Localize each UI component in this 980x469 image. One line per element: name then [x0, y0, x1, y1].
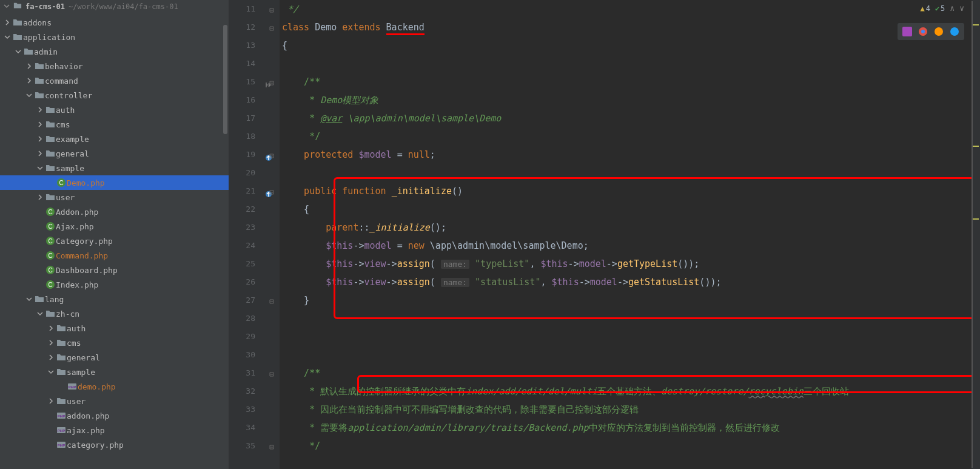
- fold-gutter-cell[interactable]: [266, 146, 280, 164]
- fold-gutter-cell[interactable]: [266, 437, 280, 455]
- tree-item-addon-php[interactable]: PHPaddon.php: [0, 408, 229, 423]
- stripe-mark[interactable]: [973, 24, 979, 25]
- fold-toggle-icon[interactable]: [269, 297, 275, 303]
- chevron-down-icon[interactable]: [35, 311, 45, 317]
- tree-item-cms[interactable]: cms: [0, 336, 229, 350]
- line-number[interactable]: 34: [229, 419, 266, 437]
- fold-gutter-cell[interactable]: [266, 73, 280, 91]
- stripe-mark[interactable]: [973, 146, 979, 147]
- tree-item-general[interactable]: general: [0, 350, 229, 365]
- chevron-down-icon[interactable]: [46, 369, 56, 375]
- line-number[interactable]: 31: [229, 364, 266, 382]
- line-number[interactable]: 16: [229, 91, 266, 109]
- safari-icon[interactable]: [948, 25, 961, 38]
- line-number[interactable]: 22: [229, 200, 266, 218]
- tree-item-ajax-php[interactable]: CAjax.php: [0, 219, 229, 234]
- chevron-right-icon[interactable]: [24, 78, 34, 84]
- tree-item-user[interactable]: user: [0, 190, 229, 204]
- fold-toggle-icon[interactable]: [269, 24, 275, 30]
- fold-gutter-cell[interactable]: [266, 127, 280, 146]
- chevron-down-icon[interactable]: [35, 165, 45, 171]
- line-number[interactable]: 14: [229, 55, 266, 73]
- fold-gutter-cell[interactable]: [266, 18, 280, 36]
- fold-gutter-cell[interactable]: [266, 109, 280, 127]
- fold-gutter[interactable]: [266, 0, 280, 469]
- chevron-right-icon[interactable]: [46, 340, 56, 346]
- tree-item-command-php[interactable]: CCommand.php: [0, 248, 229, 263]
- chevron-right-icon[interactable]: [46, 398, 56, 404]
- line-number[interactable]: 15: [229, 73, 266, 91]
- firefox-icon[interactable]: [933, 25, 945, 38]
- line-number[interactable]: 23: [229, 218, 266, 237]
- tree-item-auth[interactable]: auth: [0, 103, 229, 117]
- tree-item-cms[interactable]: cms: [0, 117, 229, 132]
- line-number[interactable]: 35: [229, 437, 266, 455]
- chevron-right-icon[interactable]: [46, 354, 56, 360]
- chevron-right-icon[interactable]: [35, 150, 45, 157]
- tree-item-ajax-php[interactable]: PHPajax.php: [0, 423, 229, 437]
- tree-item-addons[interactable]: addons: [0, 15, 229, 30]
- chevron-right-icon[interactable]: [2, 19, 12, 25]
- fold-gutter-cell[interactable]: [266, 400, 280, 419]
- line-number[interactable]: 33: [229, 400, 266, 419]
- fold-gutter-cell[interactable]: [266, 419, 280, 437]
- line-number[interactable]: 28: [229, 309, 266, 328]
- line-number[interactable]: 32: [229, 382, 266, 400]
- tree-item-general[interactable]: general: [0, 146, 229, 161]
- fold-gutter-cell[interactable]: [266, 364, 280, 382]
- fold-gutter-cell[interactable]: [266, 255, 280, 273]
- fold-gutter-cell[interactable]: [266, 91, 280, 109]
- chevron-down-icon[interactable]: [13, 49, 23, 55]
- project-header[interactable]: fa-cms-01 ~/work/www/ai04/fa-cms-01: [0, 0, 229, 13]
- fold-toggle-icon[interactable]: [269, 152, 275, 158]
- tree-item-user[interactable]: user: [0, 394, 229, 408]
- fold-gutter-cell[interactable]: [266, 55, 280, 73]
- fold-gutter-cell[interactable]: [266, 182, 280, 200]
- tree-item-lang[interactable]: lang: [0, 292, 229, 306]
- file-tree[interactable]: addonsapplicationadminbehaviorcommandcon…: [0, 13, 229, 469]
- line-number[interactable]: 27: [229, 291, 266, 309]
- fold-gutter-cell[interactable]: [266, 346, 280, 364]
- chevron-down-icon[interactable]: [2, 34, 12, 40]
- chevron-right-icon[interactable]: [35, 194, 45, 200]
- fold-gutter-cell[interactable]: [266, 273, 280, 291]
- fold-gutter-cell[interactable]: [266, 328, 280, 346]
- tree-item-controller[interactable]: controller: [0, 88, 229, 103]
- stripe-mark[interactable]: [973, 218, 979, 220]
- chevron-down-icon[interactable]: [24, 296, 34, 302]
- fold-gutter-cell[interactable]: [266, 382, 280, 400]
- fold-gutter-cell[interactable]: [266, 309, 280, 328]
- tree-item-category-php[interactable]: CCategory.php: [0, 234, 229, 248]
- fold-gutter-cell[interactable]: [266, 36, 280, 55]
- fold-gutter-cell[interactable]: [266, 218, 280, 237]
- chevron-up-icon[interactable]: ∧: [950, 4, 955, 13]
- fold-gutter-cell[interactable]: [266, 291, 280, 309]
- line-number[interactable]: 20: [229, 164, 266, 182]
- tree-item-behavior[interactable]: behavior: [0, 59, 229, 73]
- line-number[interactable]: 13: [229, 36, 266, 55]
- line-number-gutter[interactable]: 1112131415161718192021222324252627282930…: [229, 0, 266, 469]
- line-number[interactable]: 24: [229, 237, 266, 255]
- chevron-right-icon[interactable]: [35, 136, 45, 142]
- tree-item-category-php[interactable]: PHPcategory.php: [0, 437, 229, 452]
- line-number[interactable]: 30: [229, 346, 266, 364]
- tree-item-sample[interactable]: sample: [0, 365, 229, 379]
- fold-gutter-cell[interactable]: [266, 237, 280, 255]
- tree-item-auth[interactable]: auth: [0, 321, 229, 336]
- line-number[interactable]: 12: [229, 18, 266, 36]
- tree-item-dashboard-php[interactable]: CDashboard.php: [0, 263, 229, 277]
- fold-gutter-cell[interactable]: [266, 200, 280, 218]
- error-stripe[interactable]: [972, 0, 980, 469]
- tree-item-index-php[interactable]: CIndex.php: [0, 277, 229, 292]
- chevron-right-icon[interactable]: [24, 63, 34, 69]
- tree-item-demo-php[interactable]: CDemo.php: [0, 175, 229, 190]
- tree-item-command[interactable]: command: [0, 73, 229, 88]
- fold-toggle-icon[interactable]: [269, 443, 275, 449]
- tree-item-demo-php[interactable]: PHPdemo.php: [0, 379, 229, 394]
- chevron-right-icon[interactable]: [35, 121, 45, 127]
- line-number[interactable]: 26: [229, 273, 266, 291]
- chevron-right-icon[interactable]: [35, 107, 45, 113]
- scrollbar-track[interactable]: [223, 13, 229, 469]
- chrome-icon[interactable]: [917, 25, 929, 38]
- line-number[interactable]: 18: [229, 127, 266, 146]
